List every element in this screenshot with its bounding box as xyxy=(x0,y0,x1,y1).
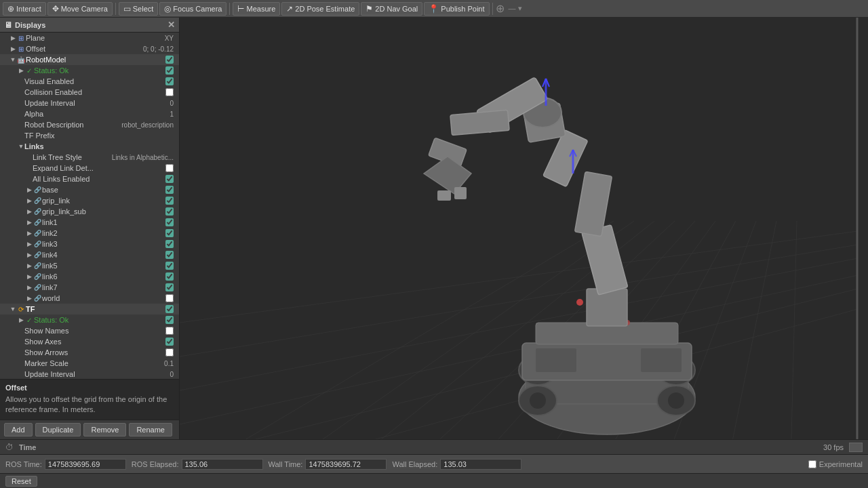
link1-icon: 🔗 xyxy=(33,219,42,226)
tf-status-checkbox[interactable] xyxy=(165,316,174,324)
2d-nav-button[interactable]: ⚑ 2D Nav Goal xyxy=(361,2,422,16)
expand-link-det-checkbox[interactable] xyxy=(165,164,174,172)
robot-desc-label: Robot Description xyxy=(24,121,121,129)
offset-row[interactable]: ▶ ⊞ Offset 0; 0; -0.12 xyxy=(0,43,179,54)
world-checkbox[interactable] xyxy=(165,294,174,302)
svg-rect-44 xyxy=(454,187,467,199)
reset-button[interactable]: Reset xyxy=(5,476,37,487)
plane-expand: ▶ xyxy=(9,35,16,41)
displays-header: 🖥 Displays ✕ xyxy=(0,18,179,33)
link5-label: link5 xyxy=(42,262,165,270)
plane-label: Plane xyxy=(26,34,165,42)
link-link4-row[interactable]: ▶ 🔗 link4 xyxy=(0,249,179,260)
link-grip-row[interactable]: ▶ 🔗 grip_link xyxy=(0,195,179,206)
tf-status-label: Status: Ok xyxy=(34,316,165,324)
move-camera-button[interactable]: ✥ Move Camera xyxy=(47,2,113,16)
link6-checkbox[interactable] xyxy=(165,272,174,281)
add-button[interactable]: Add xyxy=(4,423,33,436)
show-axes-checkbox[interactable] xyxy=(165,338,174,346)
expand-link-det-row[interactable]: Expand Link Det... xyxy=(0,163,179,174)
experimental-checkbox[interactable] xyxy=(808,460,816,468)
link5-checkbox[interactable] xyxy=(165,262,174,270)
link7-label: link7 xyxy=(42,283,165,291)
link2-checkbox[interactable] xyxy=(165,229,174,237)
base-checkbox[interactable] xyxy=(165,186,174,194)
link1-checkbox[interactable] xyxy=(165,218,174,226)
all-links-checkbox[interactable] xyxy=(165,175,174,183)
show-arrows-checkbox[interactable] xyxy=(165,348,174,357)
visual-enabled-checkbox[interactable] xyxy=(165,77,174,85)
2d-pose-label: 2D Pose Estimate xyxy=(295,5,355,13)
link-tree-style-value: Links in Alphabetic... xyxy=(112,154,174,161)
link-tree-style-label: Link Tree Style xyxy=(33,153,112,161)
link7-checkbox[interactable] xyxy=(165,283,174,291)
reset-bar: Reset xyxy=(0,473,868,488)
measure-button[interactable]: ⊢ Measure xyxy=(233,2,280,16)
3d-viewport[interactable] xyxy=(180,18,868,439)
show-names-row[interactable]: Show Names xyxy=(0,325,179,336)
show-names-label: Show Names xyxy=(24,327,165,335)
interact-button[interactable]: ⊕ Interact xyxy=(3,2,46,16)
statusbar: ROS Time: 1475839695.69 ROS Elapsed: 135… xyxy=(0,454,868,473)
grid-overlay xyxy=(180,18,868,439)
link-grip-sub-row[interactable]: ▶ 🔗 grip_link_sub xyxy=(0,206,179,217)
link-link7-row[interactable]: ▶ 🔗 link7 xyxy=(0,282,179,293)
publish-point-button[interactable]: 📍 Publish Point xyxy=(424,2,489,16)
visual-enabled-row[interactable]: Visual Enabled xyxy=(0,76,179,87)
alpha-expand xyxy=(18,110,24,117)
link-link5-row[interactable]: ▶ 🔗 link5 xyxy=(0,260,179,271)
tf-section-row[interactable]: ▼ ⟳ TF xyxy=(0,304,179,314)
remove-button[interactable]: Remove xyxy=(83,423,126,436)
robotmodel-row[interactable]: ▼ 🤖 RobotModel xyxy=(0,54,179,65)
select-button[interactable]: ▭ Select xyxy=(119,2,159,16)
link-link3-row[interactable]: ▶ 🔗 link3 xyxy=(0,239,179,249)
duplicate-button[interactable]: Duplicate xyxy=(35,423,81,436)
interact-icon: ⊕ xyxy=(7,4,14,14)
show-axes-row[interactable]: Show Axes xyxy=(0,336,179,347)
tf-section-checkbox[interactable] xyxy=(165,305,174,313)
world-expand: ▶ xyxy=(26,295,33,302)
svg-point-20 xyxy=(530,392,546,409)
rename-button[interactable]: Rename xyxy=(129,423,172,436)
update-interval-value: 0 xyxy=(170,100,174,107)
experimental-field: Experimental xyxy=(808,460,863,468)
link-link1-row[interactable]: ▶ 🔗 link1 xyxy=(0,217,179,228)
link4-checkbox[interactable] xyxy=(165,251,174,259)
link-link2-row[interactable]: ▶ 🔗 link2 xyxy=(0,228,179,239)
show-arrows-row[interactable]: Show Arrows xyxy=(0,347,179,358)
show-names-checkbox[interactable] xyxy=(165,327,174,335)
links-section-label: Links xyxy=(24,142,178,150)
publish-point-icon: 📍 xyxy=(429,4,439,14)
2d-pose-button[interactable]: ↗ 2D Pose Estimate xyxy=(281,2,359,16)
robotmodel-status-checkbox[interactable] xyxy=(165,66,174,75)
svg-rect-43 xyxy=(437,190,451,201)
update-interval2-row: Update Interval 0 xyxy=(0,369,179,379)
displays-close-button[interactable]: ✕ xyxy=(167,20,175,30)
link-base-row[interactable]: ▶ 🔗 base xyxy=(0,184,179,195)
focus-camera-button[interactable]: ◎ Focus Camera xyxy=(159,2,226,16)
links-section-row[interactable]: ▼ Links xyxy=(0,141,179,152)
tf-prefix-label: TF Prefix xyxy=(24,131,174,140)
ros-time-label: ROS Time: xyxy=(5,460,42,468)
collision-enabled-row[interactable]: Collision Enabled xyxy=(0,87,179,98)
timebar-collapse-button[interactable] xyxy=(849,443,863,452)
robotmodel-checkbox[interactable] xyxy=(165,56,174,64)
link-link6-row[interactable]: ▶ 🔗 link6 xyxy=(0,271,179,282)
svg-rect-29 xyxy=(641,348,682,372)
plane-value: XY xyxy=(165,35,174,42)
grip-checkbox[interactable] xyxy=(165,197,174,205)
world-label: world xyxy=(42,294,165,302)
collision-enabled-checkbox[interactable] xyxy=(165,88,174,96)
link3-checkbox[interactable] xyxy=(165,240,174,248)
grip-sub-checkbox[interactable] xyxy=(165,207,174,216)
link7-expand: ▶ xyxy=(26,284,33,291)
2d-pose-icon: ↗ xyxy=(286,4,293,14)
plane-row[interactable]: ▶ ⊞ Plane XY xyxy=(0,33,179,43)
link7-icon: 🔗 xyxy=(33,284,42,291)
all-links-row[interactable]: All Links Enabled xyxy=(0,174,179,184)
timebar-right: 30 fps xyxy=(823,443,844,451)
link-world-row[interactable]: ▶ 🔗 world xyxy=(0,293,179,304)
offset-value: 0; 0; -0.12 xyxy=(143,45,174,53)
rd-expand xyxy=(18,121,24,128)
ros-elapsed-value: 135.06 xyxy=(182,459,263,470)
